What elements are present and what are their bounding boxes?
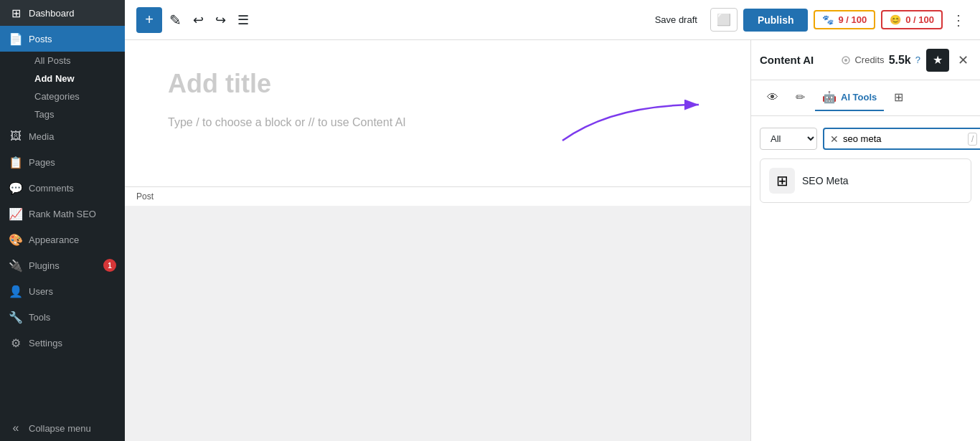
tools-icon: 🔧 <box>9 310 23 324</box>
more-options-button[interactable]: ⋮ <box>948 9 969 32</box>
undo-button[interactable]: ↩ <box>189 8 208 32</box>
search-row: All ✕ / <box>760 128 971 150</box>
credits-label: Credits <box>854 54 884 65</box>
sidebar-item-appearance[interactable]: 🎨 Appearance <box>0 227 125 252</box>
search-input[interactable] <box>843 129 963 148</box>
readability-score-badge[interactable]: 😊 0 / 100 <box>881 10 943 29</box>
sidebar-item-plugins[interactable]: 🔌 Plugins 1 <box>0 252 125 278</box>
comments-label: Comments <box>29 183 74 194</box>
tab-ai-tools[interactable]: 🤖 AI Tools <box>815 85 884 111</box>
seo-meta-icon: ⊞ <box>769 168 795 194</box>
ai-tools-tab-icon: 🤖 <box>822 90 837 104</box>
editor-area: Add title Type / to choose a block or //… <box>125 40 980 441</box>
tab-eye[interactable]: 👁 <box>760 85 786 111</box>
panel-tabs: 👁 ✏ 🤖 AI Tools ⊞ <box>751 80 980 116</box>
tools-label: Tools <box>29 312 50 323</box>
credits-help-icon[interactable]: ? <box>915 54 920 65</box>
sidebar-item-categories[interactable]: Categories <box>26 87 125 105</box>
all-posts-label: All Posts <box>34 55 71 66</box>
toolbar-left: + ✎ ↩ ↪ ☰ <box>136 7 253 33</box>
sidebar-item-pages[interactable]: 📋 Pages <box>0 149 125 175</box>
tab-edit[interactable]: ✏ <box>788 85 812 111</box>
rank-math-label: Rank Math SEO <box>29 209 96 219</box>
svg-point-3 <box>844 59 847 62</box>
add-new-label: Add New <box>34 73 75 84</box>
comments-icon: 💬 <box>9 181 23 195</box>
panel-title: Content AI <box>760 54 814 66</box>
sidebar-item-all-posts[interactable]: All Posts <box>26 52 125 70</box>
seo-meta-tool-item[interactable]: ⊞ SEO Meta <box>760 158 971 203</box>
credits-value: 5.5k <box>889 54 911 67</box>
clear-search-button[interactable]: ✕ <box>830 133 839 145</box>
seo-score-badge[interactable]: 🐾 9 / 100 <box>814 10 875 29</box>
readability-score-icon: 😊 <box>890 14 901 25</box>
view-button[interactable]: ⬜ <box>710 8 738 32</box>
pages-icon: 📋 <box>9 155 23 169</box>
editor-title[interactable]: Add title <box>168 69 707 99</box>
plugins-icon: 🔌 <box>9 258 23 272</box>
arrow-to-seo-meta <box>541 184 727 186</box>
sidebar-item-dashboard[interactable]: ⊞ Dashboard <box>0 0 125 26</box>
sidebar-item-comments[interactable]: 💬 Comments <box>0 175 125 201</box>
star-button[interactable]: ★ <box>926 49 949 72</box>
sidebar-item-posts[interactable]: 📄 Posts <box>0 26 125 52</box>
eye-tab-icon: 👁 <box>767 91 778 104</box>
editor-footer: Post <box>125 186 750 206</box>
media-label: Media <box>29 131 54 142</box>
posts-icon: 📄 <box>9 32 23 46</box>
credits-section: Credits 5.5k ? <box>842 54 920 67</box>
sidebar-item-tools[interactable]: 🔧 Tools <box>0 304 125 330</box>
add-block-button[interactable]: + <box>136 7 162 33</box>
save-draft-button[interactable]: Save draft <box>648 10 705 29</box>
editor-content-wrapper: Add title Type / to choose a block or //… <box>125 40 750 441</box>
filter-select[interactable]: All <box>760 128 817 150</box>
sidebar-item-media[interactable]: 🖼 Media <box>0 123 125 149</box>
media-icon: 🖼 <box>9 129 23 143</box>
radio-icon <box>842 56 850 65</box>
sidebar-item-users[interactable]: 👤 Users <box>0 278 125 304</box>
tab-grid[interactable]: ⊞ <box>887 85 910 111</box>
footer-status: Post <box>136 191 154 201</box>
sidebar: ⊞ Dashboard 📄 Posts All Posts Add New Ca… <box>0 0 125 441</box>
edit-tab-icon: ✏ <box>796 90 805 104</box>
sidebar-item-collapse[interactable]: « Collapse menu <box>0 415 125 441</box>
appearance-icon: 🎨 <box>9 232 23 247</box>
posts-submenu: All Posts Add New Categories Tags <box>0 52 125 123</box>
appearance-label: Appearance <box>29 234 79 245</box>
slash-shortcut-badge: / <box>968 133 977 146</box>
settings-icon: ⚙ <box>9 336 23 350</box>
sidebar-item-rank-math-seo[interactable]: 📈 Rank Math SEO <box>0 201 125 227</box>
plugins-badge: 1 <box>103 259 116 272</box>
users-icon: 👤 <box>9 284 23 298</box>
list-view-button[interactable]: ☰ <box>233 8 253 32</box>
tags-label: Tags <box>34 109 54 120</box>
publish-button[interactable]: Publish <box>743 9 809 32</box>
categories-label: Categories <box>34 91 80 102</box>
redo-button[interactable]: ↪ <box>211 8 230 32</box>
dashboard-icon: ⊞ <box>9 6 23 20</box>
settings-label: Settings <box>29 338 62 348</box>
main-wrapper: + ✎ ↩ ↪ ☰ Save draft ⬜ Publish 🐾 9 / 100… <box>125 0 980 441</box>
readability-score-value: 0 / 100 <box>905 14 934 25</box>
collapse-icon: « <box>9 421 23 435</box>
sidebar-item-label: Posts <box>29 34 52 44</box>
search-input-wrapper: ✕ / <box>823 128 980 150</box>
plugins-label: Plugins <box>29 260 60 271</box>
sidebar-item-tags[interactable]: Tags <box>26 105 125 123</box>
close-panel-button[interactable]: ✕ <box>955 49 971 71</box>
toolbar-right: Save draft ⬜ Publish 🐾 9 / 100 😊 0 / 100… <box>648 8 969 32</box>
tools-button[interactable]: ✎ <box>165 7 186 33</box>
right-panel: Content AI Credits 5.5k ? ★ ✕ 👁 <box>750 40 980 441</box>
grid-tab-icon: ⊞ <box>894 90 903 104</box>
pages-label: Pages <box>29 157 55 168</box>
editor-content[interactable]: Add title Type / to choose a block or //… <box>125 40 750 186</box>
sidebar-item-add-new[interactable]: Add New <box>26 70 125 87</box>
sidebar-item-settings[interactable]: ⚙ Settings <box>0 330 125 356</box>
seo-score-icon: 🐾 <box>822 14 834 25</box>
seo-score-value: 9 / 100 <box>838 14 867 25</box>
rank-math-icon: 📈 <box>9 207 23 221</box>
panel-body: All ✕ / ⊞ SEO Meta <box>751 116 980 214</box>
collapse-label: Collapse menu <box>29 423 91 434</box>
toolbar: + ✎ ↩ ↪ ☰ Save draft ⬜ Publish 🐾 9 / 100… <box>125 0 980 40</box>
ai-tools-tab-label: AI Tools <box>841 92 877 103</box>
